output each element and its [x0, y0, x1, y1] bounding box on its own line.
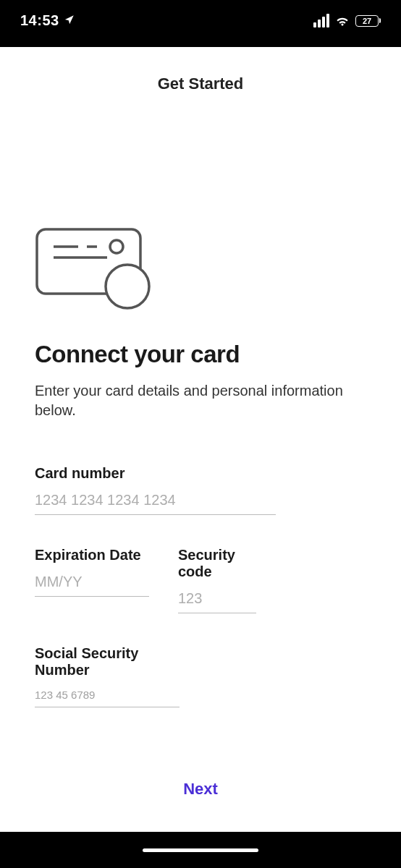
security-code-field: Security code: [178, 547, 256, 613]
battery-level: 27: [363, 17, 371, 25]
content-area: Connect your card Enter your card detail…: [0, 93, 401, 832]
card-number-input[interactable]: [35, 489, 276, 515]
page-heading: Connect your card: [35, 341, 366, 368]
card-number-field: Card number: [35, 465, 276, 515]
page-title: Get Started: [0, 47, 401, 93]
status-left: 14:53: [20, 12, 75, 29]
status-right: 27: [313, 14, 381, 27]
status-bar: 14:53 27: [0, 0, 401, 47]
next-button[interactable]: Next: [183, 780, 218, 798]
security-code-label: Security code: [178, 547, 256, 580]
home-indicator[interactable]: [143, 848, 258, 852]
next-button-container: Next: [35, 780, 366, 799]
security-code-input[interactable]: [178, 587, 256, 613]
page-subtext: Enter your card details and personal inf…: [35, 381, 366, 420]
expiration-field: Expiration Date: [35, 547, 149, 613]
svg-point-5: [106, 265, 149, 308]
expiration-input[interactable]: [35, 571, 149, 597]
wifi-icon: [335, 15, 350, 26]
cellular-signal-icon: [313, 14, 329, 27]
svg-point-4: [110, 240, 123, 253]
card-icon: [35, 227, 366, 313]
location-icon: [64, 12, 75, 29]
status-time: 14:53: [20, 12, 59, 29]
bottom-bar: [0, 832, 401, 868]
card-number-label: Card number: [35, 465, 276, 482]
ssn-input[interactable]: [35, 686, 180, 707]
expiration-label: Expiration Date: [35, 547, 149, 563]
battery-icon: 27: [355, 15, 381, 27]
ssn-field: Social Security Number: [35, 645, 180, 707]
ssn-label: Social Security Number: [35, 645, 180, 678]
